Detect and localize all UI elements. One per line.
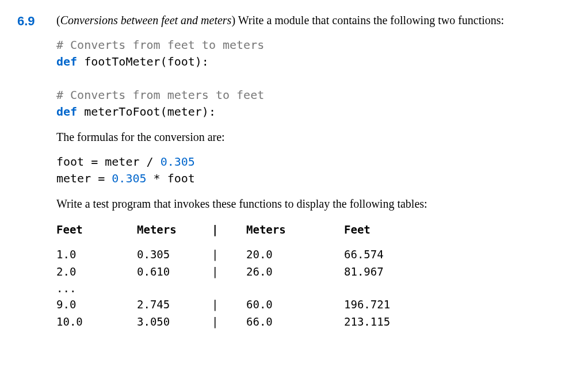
output-table: Feet Meters | Meters Feet 1.0 0.305 | 20… <box>56 221 571 330</box>
formula2-lhs: meter = <box>56 171 112 185</box>
table-header-row: Feet Meters | Meters Feet <box>56 221 571 238</box>
cell-meters-2: 26.0 <box>246 263 344 280</box>
cell-feet: 1.0 <box>56 246 137 263</box>
cell-meters: 0.610 <box>137 263 212 280</box>
header-separator: | <box>212 221 246 238</box>
cell-ellipsis: ... <box>56 280 137 296</box>
cell-meters: 3.050 <box>137 314 212 330</box>
code-func-1: footToMeter(foot): <box>77 55 209 68</box>
formula1-number: 0.305 <box>161 155 195 169</box>
cell-separator: | <box>212 296 246 313</box>
cell-meters-2: 60.0 <box>246 296 344 313</box>
problem-title: Conversions between feet and meters <box>60 14 232 26</box>
cell-feet-2: 213.115 <box>344 314 430 330</box>
formula-block: foot = meter / 0.305 meter = 0.305 * foo… <box>56 154 571 187</box>
cell-meters: 0.305 <box>137 246 212 263</box>
cell-feet-2: 196.721 <box>344 296 430 313</box>
test-instruction: Write a test program that invokes these … <box>56 195 571 212</box>
exercise-container: 6.9 (Conversions between feet and meters… <box>17 12 571 330</box>
table-row: 2.0 0.610 | 26.0 81.967 <box>56 263 571 280</box>
cell-meters-2: 66.0 <box>246 314 344 330</box>
table-row: 10.0 3.050 | 66.0 213.115 <box>56 314 571 330</box>
formula-intro: The formulas for the conversion are: <box>56 128 571 146</box>
cell-meters: 2.745 <box>137 296 212 313</box>
code-comment-1: # Converts from feet to meters <box>56 38 264 52</box>
cell-feet: 9.0 <box>56 296 137 313</box>
header-feet-2: Feet <box>344 221 430 238</box>
code-keyword-def-2: def <box>56 105 77 119</box>
cell-separator: | <box>212 263 246 280</box>
cell-feet-2: 81.967 <box>344 263 430 280</box>
formula1-lhs: foot = meter / <box>56 155 161 169</box>
exercise-number: 6.9 <box>17 12 40 330</box>
table-ellipsis-row: ... <box>56 280 571 296</box>
cell-feet: 10.0 <box>56 314 137 330</box>
cell-separator: | <box>212 314 246 330</box>
code-comment-2: # Converts from meters to feet <box>56 88 264 102</box>
cell-feet: 2.0 <box>56 263 137 280</box>
cell-feet-2: 66.574 <box>344 246 430 263</box>
code-keyword-def-1: def <box>56 55 77 68</box>
header-meters: Meters <box>137 221 212 238</box>
code-block-1: # Converts from feet to meters def footT… <box>56 37 571 120</box>
table-row: 1.0 0.305 | 20.0 66.574 <box>56 246 571 263</box>
cell-meters-2: 20.0 <box>246 246 344 263</box>
problem-intro-suffix: ) Write a module that contains the follo… <box>231 14 504 26</box>
exercise-body: (Conversions between feet and meters) Wr… <box>56 12 571 330</box>
header-feet: Feet <box>56 221 137 238</box>
formula2-number: 0.305 <box>112 171 146 185</box>
header-meters-2: Meters <box>246 221 344 238</box>
code-func-2: meterToFoot(meter): <box>77 105 216 119</box>
table-row: 9.0 2.745 | 60.0 196.721 <box>56 296 571 313</box>
cell-separator: | <box>212 246 246 263</box>
problem-intro: (Conversions between feet and meters) Wr… <box>56 12 571 29</box>
formula2-rhs: * foot <box>147 171 195 185</box>
